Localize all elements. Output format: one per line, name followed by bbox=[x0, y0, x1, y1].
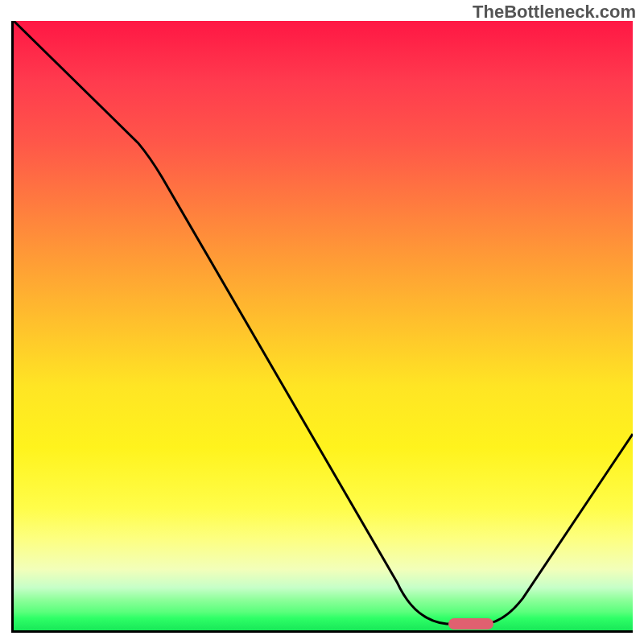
chart-plot-area bbox=[11, 21, 633, 633]
watermark-text: TheBottleneck.com bbox=[473, 2, 636, 23]
chart-curve-svg bbox=[14, 21, 633, 630]
optimal-range-marker bbox=[448, 618, 493, 630]
bottleneck-curve-line bbox=[14, 21, 633, 624]
